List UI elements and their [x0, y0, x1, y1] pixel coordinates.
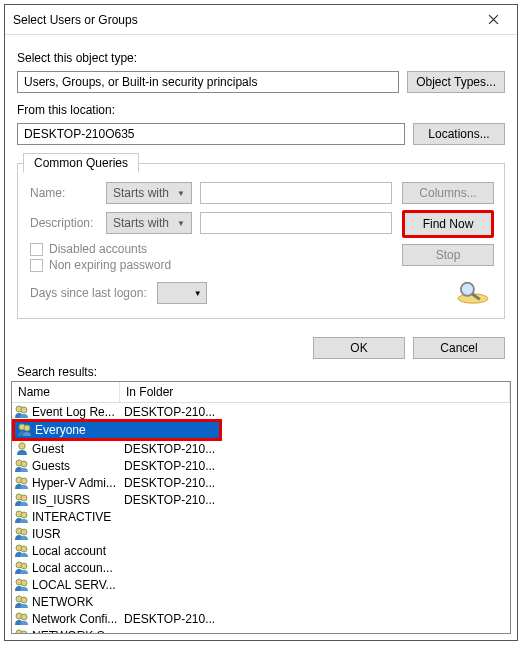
result-name-cell: IIS_IUSRS	[12, 493, 120, 507]
column-folder[interactable]: In Folder	[120, 382, 510, 402]
group-icon	[14, 561, 30, 575]
result-row[interactable]: Everyone	[12, 419, 222, 441]
result-name-cell: Event Log Re...	[12, 405, 120, 419]
group-icon	[14, 510, 30, 524]
group-icon	[14, 629, 30, 634]
tab-common-queries[interactable]: Common Queries	[23, 153, 139, 173]
result-name-cell: NETWORK	[12, 595, 120, 609]
name-filter-label: Name:	[30, 186, 98, 200]
object-type-label: Select this object type:	[17, 51, 505, 65]
column-name[interactable]: Name	[12, 382, 120, 402]
result-row[interactable]: Event Log Re...DESKTOP-210...	[12, 403, 510, 420]
results-header[interactable]: Name In Folder	[12, 382, 510, 403]
non-expiring-checkbox[interactable]: Non expiring password	[30, 258, 392, 272]
name-mode-combo[interactable]: Starts with ▼	[106, 182, 192, 204]
group-icon	[14, 459, 30, 473]
group-icon	[17, 423, 33, 437]
chevron-down-icon: ▼	[177, 219, 185, 228]
desc-filter-input[interactable]	[200, 212, 392, 234]
group-icon	[14, 612, 30, 626]
result-row[interactable]: Local accoun...	[12, 559, 510, 576]
result-folder-cell: DESKTOP-210...	[120, 493, 510, 507]
result-folder-cell: DESKTOP-210...	[120, 442, 510, 456]
result-name-cell: IUSR	[12, 527, 120, 541]
result-name-cell: Network Confi...	[12, 612, 120, 626]
result-row[interactable]: INTERACTIVE	[12, 508, 510, 525]
locations-button[interactable]: Locations...	[413, 123, 505, 145]
result-name-text: Hyper-V Admi...	[32, 476, 116, 490]
close-button[interactable]	[473, 6, 513, 34]
group-icon	[14, 493, 30, 507]
group-icon	[14, 544, 30, 558]
result-name-text: Guests	[32, 459, 70, 473]
result-folder-cell: DESKTOP-210...	[120, 612, 510, 626]
desc-filter-label: Description:	[30, 216, 98, 230]
ok-button[interactable]: OK	[313, 337, 405, 359]
days-since-logon-label: Days since last logon:	[30, 286, 147, 300]
find-now-button[interactable]: Find Now	[402, 210, 494, 238]
result-name-cell: Local accoun...	[12, 561, 120, 575]
object-type-field[interactable]	[17, 71, 399, 93]
dialog-actions: OK Cancel	[5, 325, 517, 365]
group-icon	[14, 405, 30, 419]
result-name-text: Everyone	[35, 423, 86, 437]
result-name-text: Event Log Re...	[32, 405, 115, 419]
result-row[interactable]: GuestDESKTOP-210...	[12, 440, 510, 457]
result-name-cell: Guests	[12, 459, 120, 473]
group-icon	[14, 578, 30, 592]
columns-button[interactable]: Columns...	[402, 182, 494, 204]
name-filter-input[interactable]	[200, 182, 392, 204]
result-name-text: Guest	[32, 442, 64, 456]
chevron-down-icon: ▼	[194, 289, 202, 298]
result-name-cell: INTERACTIVE	[12, 510, 120, 524]
result-row[interactable]: IUSR	[12, 525, 510, 542]
result-row[interactable]: Network Confi...DESKTOP-210...	[12, 610, 510, 627]
search-decoration-icon	[454, 278, 492, 306]
location-field[interactable]	[17, 123, 405, 145]
stop-button[interactable]: Stop	[402, 244, 494, 266]
checkbox-icon	[30, 243, 43, 256]
search-results-label: Search results:	[5, 365, 517, 381]
result-name-text: NETWORK S...	[32, 629, 115, 634]
result-name-text: Local account	[32, 544, 106, 558]
result-row[interactable]: LOCAL SERV...	[12, 576, 510, 593]
cancel-button[interactable]: Cancel	[413, 337, 505, 359]
result-name-text: LOCAL SERV...	[32, 578, 116, 592]
dialog-body: Select this object type: Object Types...…	[5, 35, 517, 325]
result-row[interactable]: Local account	[12, 542, 510, 559]
disabled-accounts-checkbox[interactable]: Disabled accounts	[30, 242, 392, 256]
common-queries-group: Common Queries Name: Starts with ▼ Descr…	[17, 163, 505, 319]
group-icon	[14, 476, 30, 490]
group-icon	[14, 595, 30, 609]
group-icon	[14, 527, 30, 541]
close-icon	[488, 14, 499, 25]
result-name-text: IUSR	[32, 527, 61, 541]
result-name-text: Local accoun...	[32, 561, 113, 575]
result-name-cell: Hyper-V Admi...	[12, 476, 120, 490]
result-name-text: IIS_IUSRS	[32, 493, 90, 507]
days-since-logon-combo[interactable]: ▼	[157, 282, 207, 304]
titlebar: Select Users or Groups	[5, 5, 517, 35]
user-icon	[14, 442, 30, 456]
checkbox-icon	[30, 259, 43, 272]
window-title: Select Users or Groups	[13, 13, 473, 27]
location-label: From this location:	[17, 103, 505, 117]
result-folder-cell: DESKTOP-210...	[120, 405, 510, 419]
result-row[interactable]: GuestsDESKTOP-210...	[12, 457, 510, 474]
object-types-button[interactable]: Object Types...	[407, 71, 505, 93]
result-name-text: INTERACTIVE	[32, 510, 111, 524]
result-row[interactable]: Hyper-V Admi...DESKTOP-210...	[12, 474, 510, 491]
result-folder-cell: DESKTOP-210...	[120, 476, 510, 490]
result-row[interactable]: NETWORK	[12, 593, 510, 610]
chevron-down-icon: ▼	[177, 189, 185, 198]
result-row[interactable]: NETWORK S...	[12, 627, 510, 633]
desc-mode-combo[interactable]: Starts with ▼	[106, 212, 192, 234]
result-name-text: NETWORK	[32, 595, 93, 609]
search-results-list[interactable]: Name In Folder Event Log Re...DESKTOP-21…	[11, 381, 511, 634]
result-name-cell: Local account	[12, 544, 120, 558]
result-name-cell: Guest	[12, 442, 120, 456]
result-name-cell: NETWORK S...	[12, 629, 120, 634]
result-row[interactable]: IIS_IUSRSDESKTOP-210...	[12, 491, 510, 508]
result-folder-cell: DESKTOP-210...	[120, 459, 510, 473]
dialog-window: Select Users or Groups Select this objec…	[4, 4, 518, 641]
